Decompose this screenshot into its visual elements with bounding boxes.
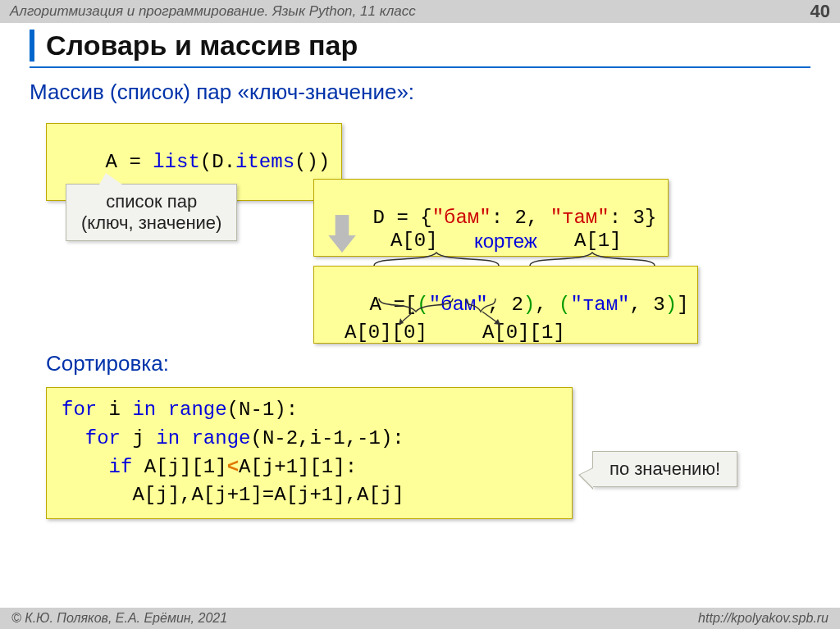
- svg-rect-0: [336, 215, 349, 237]
- page-title: Словарь и массив пар: [30, 30, 810, 62]
- callout-byvalue-text: по значению!: [609, 458, 720, 479]
- code-sort: for i in range(N-1): for j in range(N-2,…: [46, 387, 573, 519]
- arrow-a01-icon: [481, 310, 505, 330]
- callout-list-pairs: список пар (ключ, значение): [66, 184, 237, 241]
- footer-right: http://kpolyakov.spb.ru: [698, 611, 829, 626]
- arrow-a00-icon: [410, 310, 427, 330]
- page-number: 40: [810, 1, 830, 22]
- section-subtitle-1: Массив (список) пар «ключ-значение»:: [30, 80, 810, 105]
- callout-by-value: по значению!: [592, 451, 737, 487]
- callout-tail-icon: [99, 173, 122, 185]
- label-a0: A[0]: [390, 230, 438, 252]
- svg-marker-3: [494, 319, 500, 325]
- section-subtitle-2: Сортировка:: [46, 351, 169, 376]
- slide-footer: © К.Ю. Поляков, Е.А. Ерёмин, 2021 http:/…: [0, 608, 840, 629]
- slide-header: Алгоритмизация и программирование. Язык …: [0, 0, 840, 23]
- down-arrow-icon: [325, 213, 359, 254]
- label-tuple: кортеж: [474, 230, 537, 253]
- title-divider: [30, 66, 810, 68]
- callout-tail-left-icon: [580, 468, 593, 488]
- footer-left: © К.Ю. Поляков, Е.А. Ерёмин, 2021: [11, 611, 227, 626]
- course-label: Алгоритмизация и программирование. Язык …: [10, 3, 416, 20]
- svg-marker-1: [328, 235, 355, 253]
- callout-line-2: (ключ, значение): [81, 212, 221, 234]
- label-a1: A[1]: [574, 230, 622, 252]
- callout-line-1: список пар: [81, 191, 221, 212]
